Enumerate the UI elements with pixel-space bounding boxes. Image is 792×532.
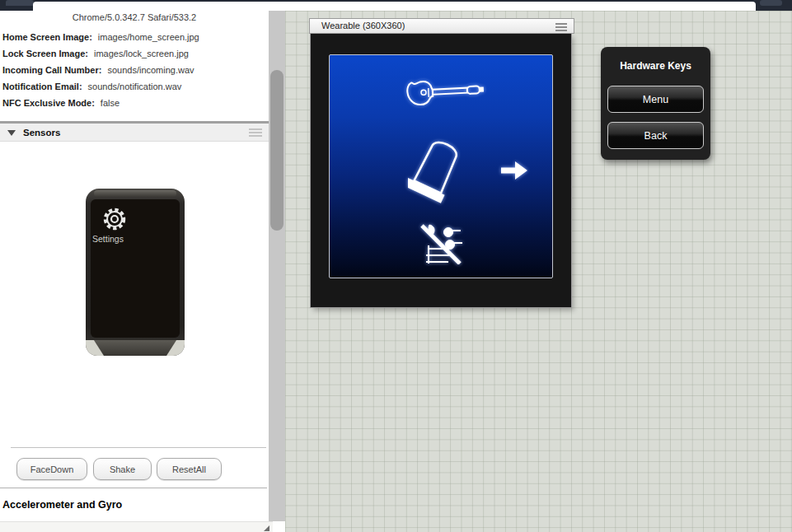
watch-band-wedge	[166, 340, 185, 356]
wearable-window-titlebar[interactable]: Wearable (360X360)	[309, 18, 574, 34]
watch-band-wedge	[86, 340, 104, 356]
sidebar-scrollbar[interactable]	[269, 11, 285, 521]
resize-corner-icon[interactable]	[264, 525, 269, 531]
property-label: Incoming Call Number:	[2, 65, 101, 75]
device-screen[interactable]	[329, 54, 553, 278]
device-frame	[311, 34, 571, 307]
hardware-keys-title: Hardware Keys	[601, 60, 710, 72]
gear-icon	[102, 207, 127, 231]
sensors-section-title: Sensors	[23, 124, 60, 142]
config-sidebar: Chrome/5.0.342.7 Safari/533.2 Home Scree…	[0, 11, 269, 532]
property-row: Home Screen Image:images/home_screen.jpg	[2, 29, 199, 45]
watch-top-sheen	[94, 190, 176, 197]
address-bar[interactable]	[33, 2, 756, 11]
property-label: NFC Exclusive Mode:	[2, 98, 95, 108]
muted-notes-icon[interactable]	[419, 223, 462, 264]
horizontal-scrollbar[interactable]	[0, 521, 273, 532]
property-row: Notification Email:sounds/notification.w…	[2, 78, 199, 95]
accelerometer-heading: Accelerometer and Gyro	[2, 499, 122, 511]
next-arrow-icon[interactable]	[501, 161, 527, 180]
user-agent-text: Chrome/5.0.342.7 Safari/533.2	[0, 12, 269, 22]
collapse-arrow-icon[interactable]	[7, 130, 16, 136]
property-value[interactable]: false	[101, 98, 120, 108]
simulator-page: Chrome/5.0.342.7 Safari/533.2 Home Scree…	[0, 0, 792, 532]
drag-handle-icon[interactable]	[249, 128, 262, 130]
watch-screen: Settings	[91, 199, 180, 338]
watch-body: Settings	[86, 189, 185, 356]
wearable-device-preview[interactable]: Settings	[86, 189, 185, 356]
property-row: NFC Exclusive Mode:false	[2, 95, 199, 111]
piano-icon[interactable]	[408, 138, 462, 203]
shake-button[interactable]: Shake	[93, 458, 152, 480]
window-menu-icon[interactable]	[555, 23, 567, 25]
menu-button[interactable]: Menu	[607, 86, 704, 113]
resetall-button[interactable]: ResetAll	[157, 458, 222, 480]
property-value[interactable]: sounds/incoming.wav	[107, 65, 194, 75]
wearable-window-title: Wearable (360X360)	[321, 19, 405, 33]
property-value[interactable]: images/home_screen.jpg	[98, 32, 199, 42]
sensors-section-header[interactable]: Sensors	[0, 124, 269, 142]
property-label: Home Screen Image:	[2, 32, 92, 42]
facedown-button[interactable]: FaceDown	[16, 458, 87, 480]
settings-app-label: Settings	[92, 234, 124, 244]
divider	[11, 447, 266, 448]
browser-tab-right[interactable]	[760, 0, 782, 6]
watch-bottom-band	[86, 340, 185, 356]
property-label: Notification Email:	[2, 82, 82, 91]
property-value[interactable]: sounds/notification.wav	[88, 82, 182, 91]
property-row: Lock Screen Image:images/lock_screen.jpg	[2, 45, 199, 62]
back-button[interactable]: Back	[607, 122, 704, 149]
device-properties-list: Home Screen Image:images/home_screen.jpg…	[2, 29, 199, 111]
browser-topbar	[0, 0, 792, 11]
property-value[interactable]: images/lock_screen.jpg	[94, 49, 189, 58]
property-row: Incoming Call Number:sounds/incoming.wav	[2, 62, 199, 78]
divider	[0, 488, 267, 488]
property-label: Lock Screen Image:	[2, 49, 88, 58]
hardware-keys-panel: Hardware Keys Menu Back	[601, 47, 710, 160]
browser-tab[interactable]	[6, 0, 34, 6]
scrollbar-thumb[interactable]	[270, 70, 284, 231]
guitar-icon[interactable]	[406, 77, 484, 108]
